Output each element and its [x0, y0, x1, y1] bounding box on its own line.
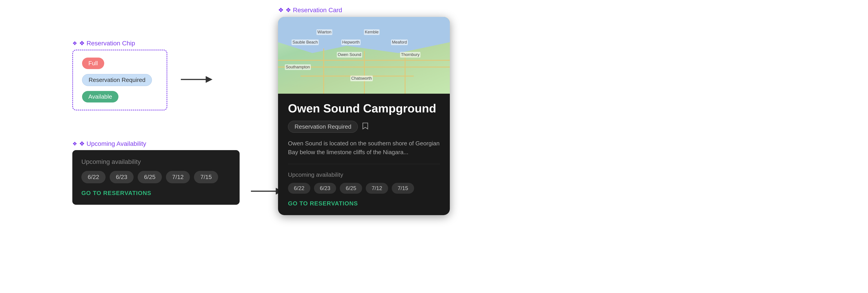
date-chip-4[interactable]: 7/12	[166, 171, 190, 183]
upcoming-box: Upcoming availability 6/22 6/23 6/25 7/1…	[72, 150, 240, 205]
map-label-sb: Sauble Beach	[291, 39, 319, 45]
card-date-chip-2[interactable]: 6/23	[314, 183, 336, 194]
date-chip-5[interactable]: 7/15	[194, 171, 218, 183]
arrow-chip-to-card	[179, 71, 215, 89]
card-title: Owen Sound Campground	[288, 102, 440, 115]
card-divider	[288, 164, 440, 164]
card-date-chip-5[interactable]: 7/15	[392, 183, 414, 194]
card-reservation-chip[interactable]: Reservation Required	[288, 121, 358, 133]
chip-full[interactable]: Full	[82, 58, 104, 69]
map-label-kemble: Kemble	[364, 29, 379, 35]
map-road-v3	[405, 53, 405, 94]
chip-available[interactable]: Available	[82, 91, 119, 103]
map-label-southampton: Southampton	[285, 64, 311, 70]
diamond-icon: ❖	[72, 40, 77, 46]
card-date-chip-1[interactable]: 6/22	[288, 183, 310, 194]
upcoming-availability-label: ❖ ❖ Upcoming Availability	[72, 140, 240, 147]
bookmark-icon[interactable]	[362, 122, 370, 131]
reservation-card-label: ❖ ❖ Reservation Card	[278, 6, 450, 14]
card-date-chip-4[interactable]: 7/12	[366, 183, 388, 194]
card-date-chips-row: 6/22 6/23 6/25 7/12 7/15	[288, 183, 440, 194]
chip-reservation-required[interactable]: Reservation Required	[82, 74, 152, 86]
card-description: Owen Sound is located on the southern sh…	[288, 139, 440, 157]
map-water	[278, 17, 450, 53]
go-to-reservations-link[interactable]: GO TO RESERVATIONS	[81, 190, 230, 196]
map-label-chatsworth: Chatsworth	[350, 76, 373, 81]
map-label-hepworth: Hepworth	[341, 39, 361, 45]
reservation-chip-section: ❖ ❖ Reservation Chip Full Reservation Re…	[72, 39, 167, 110]
map-road-v1	[323, 48, 324, 94]
diamond-icon-3: ❖	[278, 6, 284, 14]
card-content: Owen Sound Campground Reservation Requir…	[278, 94, 450, 215]
chip-dashed-box: Full Reservation Required Available	[72, 50, 167, 110]
svg-marker-1	[206, 76, 213, 83]
date-chip-3[interactable]: 6/25	[138, 171, 162, 183]
map-road-v2	[364, 51, 365, 94]
card-date-chip-3[interactable]: 6/25	[340, 183, 362, 194]
map-label-owensound: Owen Sound	[337, 52, 362, 58]
date-chip-2[interactable]: 6/23	[110, 171, 134, 183]
upcoming-availability-section: ❖ ❖ Upcoming Availability Upcoming avail…	[72, 140, 240, 205]
card-chips-row: Reservation Required	[288, 121, 440, 133]
date-chip-1[interactable]: 6/22	[81, 171, 105, 183]
map-label-thornbury: Thornbury	[400, 52, 421, 58]
card-upcoming-label: Upcoming availability	[288, 171, 440, 178]
date-chips-row: 6/22 6/23 6/25 7/12 7/15	[81, 171, 230, 183]
diamond-icon-2: ❖	[72, 141, 77, 147]
card-map: Wiarton Kemble Sauble Beach Hepworth Mea…	[278, 17, 450, 94]
reservation-card-section: ❖ ❖ Reservation Card Wiarton Kemble Saub…	[278, 6, 450, 215]
upcoming-section-label: Upcoming availability	[81, 158, 230, 166]
reservation-card: Wiarton Kemble Sauble Beach Hepworth Mea…	[278, 17, 450, 215]
reservation-chip-label: ❖ ❖ Reservation Chip	[72, 39, 167, 47]
map-label-meaford: Meaford	[391, 39, 408, 45]
map-label-warton: Wiarton	[316, 29, 332, 35]
card-go-to-reservations-link[interactable]: GO TO RESERVATIONS	[288, 200, 440, 207]
